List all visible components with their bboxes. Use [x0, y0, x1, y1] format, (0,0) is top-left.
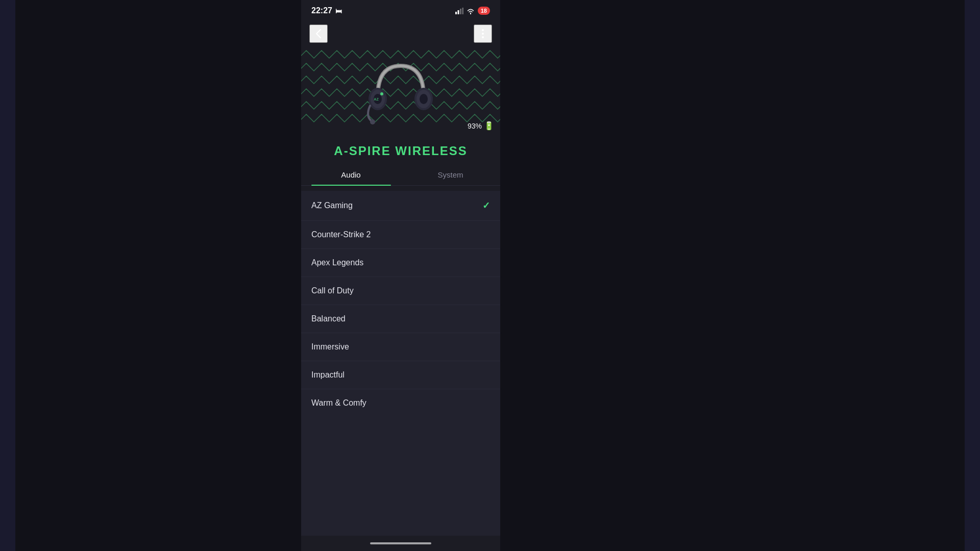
preset-label: Warm & Comfy	[311, 398, 366, 408]
svg-point-10	[380, 92, 383, 95]
product-title-section: A-SPIRE WIRELESS	[301, 135, 500, 158]
preset-label: Immersive	[311, 342, 349, 352]
preset-label: Balanced	[311, 314, 346, 323]
list-item[interactable]: Impactful	[301, 361, 500, 389]
status-icons: 18	[455, 7, 490, 15]
list-item[interactable]: Call of Duty	[301, 277, 500, 305]
preset-label: Call of Duty	[311, 286, 354, 295]
list-item[interactable]: Counter-Strike 2	[301, 221, 500, 249]
headset-image: AZ	[362, 51, 439, 127]
home-bar	[370, 542, 431, 544]
svg-rect-2	[460, 9, 461, 14]
status-time: 22:27 🛏	[311, 6, 342, 15]
preset-label: AZ Gaming	[311, 201, 353, 210]
preset-label: Counter-Strike 2	[311, 230, 371, 239]
preset-list: AZ Gaming ✓ Counter-Strike 2 Apex Legend…	[301, 191, 500, 536]
svg-rect-0	[455, 12, 457, 14]
tab-audio[interactable]: Audio	[301, 164, 401, 185]
svg-point-14	[370, 119, 375, 124]
list-item[interactable]: Apex Legends	[301, 249, 500, 277]
time-display: 22:27	[311, 6, 332, 15]
svg-point-6	[482, 36, 484, 38]
preset-label: Apex Legends	[311, 258, 363, 267]
selected-checkmark: ✓	[482, 200, 490, 211]
battery-info: 93% 🔋	[468, 121, 494, 131]
home-indicator	[301, 536, 500, 551]
signal-icon	[455, 8, 463, 14]
hero-section: AZ 93% 🔋	[301, 43, 500, 135]
list-item[interactable]: Immersive	[301, 333, 500, 361]
right-background	[500, 0, 965, 551]
header	[301, 19, 500, 43]
phone-frame: 22:27 🛏 18	[301, 0, 500, 551]
tabs: Audio System	[301, 164, 500, 186]
battery-percent: 93%	[468, 122, 482, 130]
svg-rect-3	[462, 8, 463, 14]
back-button[interactable]	[309, 24, 328, 43]
svg-point-4	[482, 29, 484, 31]
more-button[interactable]	[474, 24, 492, 43]
list-item[interactable]: Warm & Comfy	[301, 389, 500, 417]
svg-rect-1	[457, 10, 459, 14]
list-item[interactable]: Balanced	[301, 305, 500, 333]
svg-point-13	[420, 94, 428, 104]
battery-icon: 🔋	[484, 121, 494, 131]
status-bar: 22:27 🛏 18	[301, 0, 500, 19]
svg-text:AZ: AZ	[374, 97, 379, 101]
preset-label: Impactful	[311, 370, 345, 380]
wifi-icon	[467, 8, 475, 14]
product-name: A-SPIRE WIRELESS	[309, 144, 492, 158]
bed-icon: 🛏	[335, 7, 342, 15]
list-item[interactable]: AZ Gaming ✓	[301, 191, 500, 221]
left-background	[15, 0, 301, 551]
svg-point-5	[482, 33, 484, 35]
notification-badge: 18	[478, 7, 490, 15]
tab-system[interactable]: System	[401, 164, 500, 185]
